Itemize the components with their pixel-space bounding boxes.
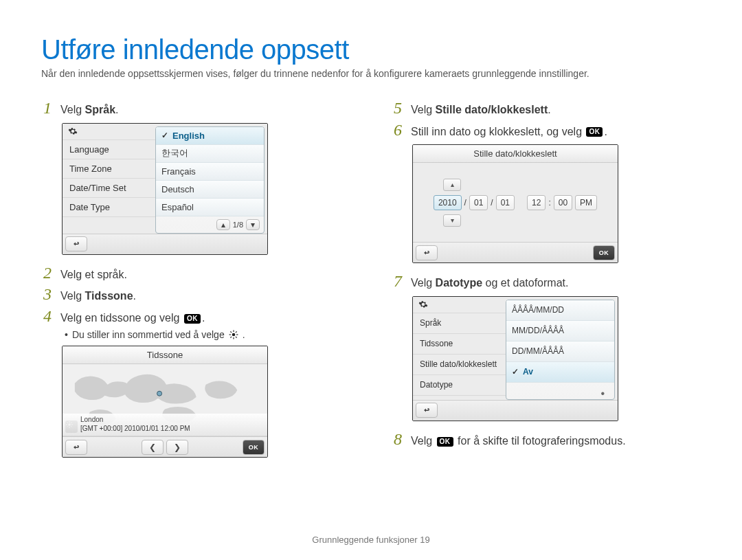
menu-item-timezone[interactable]: Time Zone	[63, 159, 155, 179]
back-button[interactable]	[65, 440, 87, 455]
gear-icon	[418, 300, 428, 309]
datetype-options: ÅÅÅÅ/MM/DD MM/DD/ÅÅÅÅ DD/MM/ÅÅÅÅ ✓Av •	[506, 300, 615, 400]
step-4-sub: • Du stiller inn sommertid ved å velge .	[65, 329, 350, 340]
world-map: London [GMT +00:00] 2010/01/01 12:00 PM	[63, 364, 267, 436]
lang-option-english[interactable]: ✓English	[156, 127, 264, 145]
menu-item-timezone[interactable]: Tidssone	[413, 334, 506, 355]
minute-field[interactable]: 00	[554, 195, 572, 210]
ok-button[interactable]: OK	[593, 245, 615, 260]
svg-line-7	[230, 337, 232, 338]
svg-point-10	[157, 392, 162, 396]
back-button[interactable]	[416, 403, 438, 418]
step-4: 4 Velg en tidssone og velg OK.	[41, 308, 350, 326]
check-icon: ✓	[161, 132, 170, 139]
ok-button[interactable]: OK	[243, 440, 265, 455]
datetype-option-dmy[interactable]: DD/MM/ÅÅÅÅ	[506, 341, 614, 362]
dst-icon	[229, 330, 238, 339]
lang-option-spanish[interactable]: Español	[156, 199, 264, 216]
language-options: ✓English 한국어 Français Deutsch Español ▴ …	[155, 126, 265, 234]
step-number: 5	[392, 100, 404, 116]
datetime-title: Stille dato/klokkeslett	[413, 145, 618, 163]
step-5: 5 Velg Stille dato/klokkeslett.	[392, 100, 701, 117]
day-field[interactable]: 01	[496, 195, 515, 210]
svg-line-6	[236, 337, 237, 338]
tz-city: London	[80, 415, 263, 424]
step-6: 6 Still inn dato og klokkeslett, og velg…	[392, 122, 701, 139]
left-column: 1 Velg Språk. Language Time Zone Date/Ti…	[41, 96, 350, 467]
step-number: 1	[41, 100, 54, 116]
datetype-option-mdy[interactable]: MM/DD/ÅÅÅÅ	[506, 321, 614, 341]
pager-label: 1/8	[233, 221, 243, 229]
tz-detail: [GMT +00:00] 2010/01/01 12:00 PM	[80, 424, 263, 433]
ok-icon: OK	[184, 314, 201, 324]
menu-item-datetimeset[interactable]: Date/Time Set	[63, 179, 155, 198]
check-icon: ✓	[512, 368, 520, 375]
menu-item-datetime[interactable]: Stille dato/klokkeslett	[413, 355, 506, 375]
menu-item-language[interactable]: Language	[63, 140, 155, 159]
ok-icon: OK	[586, 127, 603, 137]
back-button[interactable]	[416, 245, 438, 260]
svg-line-8	[236, 332, 237, 333]
step-text: Velg	[60, 104, 85, 115]
svg-point-0	[232, 333, 235, 337]
menu-item-datetype[interactable]: Date Type	[63, 198, 155, 217]
step-number: 4	[41, 308, 54, 324]
intro-text: Når den innledende oppsettsskjermen vise…	[41, 68, 701, 79]
lang-option-german[interactable]: Deutsch	[156, 181, 264, 199]
step-number: 3	[41, 286, 54, 302]
value-up-button[interactable]: ▴	[443, 179, 461, 191]
lang-option-korean[interactable]: 한국어	[156, 145, 264, 163]
svg-line-5	[230, 332, 232, 333]
ok-icon: OK	[437, 437, 453, 447]
step-text: Velg et språk.	[60, 265, 127, 282]
next-button[interactable]: ❯	[166, 440, 188, 455]
step-number: 7	[392, 273, 404, 289]
timezone-screen: Tidssone London [GMT +00:00] 2010/01/01 …	[62, 346, 268, 458]
settings-menu-left: Language Time Zone Date/Time Set Date Ty…	[63, 124, 155, 234]
settings-menu-left: Språk Tidssone Stille dato/klokkeslett D…	[413, 297, 506, 400]
step-1: 1 Velg Språk.	[41, 100, 350, 117]
datetype-screen: Språk Tidssone Stille dato/klokkeslett D…	[412, 296, 618, 421]
datetime-screen: Stille dato/klokkeslett ▴ 2010 / 01 / 01…	[412, 144, 618, 263]
page-up-button[interactable]: ▴	[216, 219, 230, 230]
menu-item-datetype[interactable]: Datotype	[413, 375, 506, 396]
month-field[interactable]: 01	[469, 195, 488, 210]
right-column: 5 Velg Stille dato/klokkeslett. 6 Still …	[392, 96, 701, 467]
back-button[interactable]	[65, 236, 87, 251]
step-number: 8	[392, 431, 404, 447]
datetype-option-ymd[interactable]: ÅÅÅÅ/MM/DD	[506, 300, 614, 321]
page-title: Utføre innledende oppsett	[41, 34, 701, 65]
language-screen: Language Time Zone Date/Time Set Date Ty…	[62, 123, 268, 255]
step-3: 3 Velg Tidssone.	[41, 286, 350, 304]
step-number: 6	[392, 122, 404, 138]
hour-field[interactable]: 12	[527, 195, 546, 210]
year-field[interactable]: 2010	[434, 195, 462, 210]
step-number: 2	[41, 265, 54, 281]
page-down-button[interactable]: ▾	[246, 219, 260, 230]
step-2: 2 Velg et språk.	[41, 265, 350, 282]
ampm-field[interactable]: PM	[575, 195, 597, 210]
prev-button[interactable]: ❮	[142, 440, 164, 455]
gear-icon	[68, 126, 78, 136]
datetype-option-off[interactable]: ✓Av	[506, 362, 614, 383]
lang-option-french[interactable]: Français	[156, 163, 264, 181]
page-footer: Grunnleggende funksjoner 19	[0, 535, 742, 545]
timezone-title: Tidssone	[63, 346, 267, 364]
step-8: 8 Velg OK for å skifte til fotografering…	[392, 431, 701, 449]
step-7: 7 Velg Datotype og et datoformat.	[392, 273, 701, 291]
step-bold: Språk	[85, 104, 115, 115]
menu-item-language[interactable]: Språk	[413, 313, 506, 334]
value-down-button[interactable]: ▾	[443, 214, 461, 227]
pager-dot: •	[506, 383, 614, 399]
